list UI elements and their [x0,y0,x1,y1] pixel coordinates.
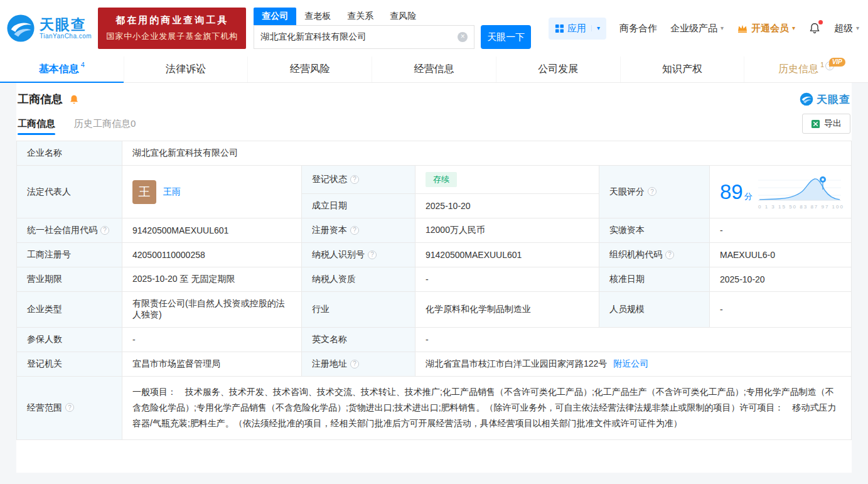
nav-tab-label: 经营风险 [290,63,330,76]
nav-tab-operating-info[interactable]: 经营信息 [372,56,496,82]
business-cooperation-link[interactable]: 商务合作 [619,23,657,35]
table-row: 营业期限 2025-10-20 至 无固定期限 纳税人资质 - 核准日期 202… [17,267,852,292]
field-label: 组织机构代码 [609,249,662,259]
table-row: 参保人数 - 英文名称 - [17,328,852,352]
business-cooperation-label: 商务合作 [619,23,657,35]
field-value: 420500110000258 [132,250,205,260]
vip-upgrade-menu[interactable]: 开通会员 ▾ [737,23,795,35]
field-label: 企业名称 [27,148,62,158]
help-icon[interactable]: ? [648,187,656,196]
field-value: - [720,304,723,315]
table-row: 工商注册号 420500110000258 纳税人识别号? 91420500MA… [17,243,852,267]
search-tab-relation[interactable]: 查关系 [339,8,382,25]
help-icon[interactable]: ? [368,250,377,259]
chevron-down-icon: ▾ [591,25,600,31]
field-value: MAEXUUL6-0 [720,250,775,260]
chevron-down-icon: ▾ [792,25,795,31]
enterprise-products-menu[interactable]: 企业级产品 ▾ [670,23,724,35]
table-row: 经营范围? 一般项目： 技术服务、技术开发、技术咨询、技术交流、技术转让、技术推… [17,377,852,440]
brand-watermark: 天眼查 [800,92,850,107]
legal-rep-avatar[interactable]: 王 [132,180,156,204]
section-title: 工商信息 [18,92,63,107]
nav-tab-legal-litigation[interactable]: 法律诉讼 [124,56,248,82]
field-value: 12000万人民币 [426,225,485,235]
clear-icon[interactable]: × [458,32,468,42]
section-header: 工商信息 天眼查 [16,83,852,110]
search-button[interactable]: 天眼一下 [481,25,531,49]
export-button[interactable]: 导出 [802,114,850,134]
field-label: 纳税人识别号 [312,249,365,259]
enterprise-products-label: 企业级产品 [670,23,717,35]
monitor-bell-icon[interactable] [68,94,80,105]
export-button-label: 导出 [824,118,842,129]
field-value: 2025-10-20 [426,201,471,211]
nav-tab-badge: 1 [820,61,824,68]
logo-domain-text: TianYanCha.com [40,33,92,40]
score-widget[interactable]: 89分 [720,174,841,210]
field-label: 经营范围 [27,402,62,412]
field-value: 化学原料和化学制品制造业 [426,304,531,314]
vip-upgrade-label: 开通会员 [751,23,789,35]
help-icon[interactable]: ? [350,360,359,368]
business-info-table: 企业名称 湖北宜化新宜科技有限公司 法定代表人 王 王雨 登记状态? 存续 天眼… [16,141,852,440]
score-chart: 0 1 3 15 50 83 87 97 100 [758,174,841,210]
table-row: 企业类型 有限责任公司(非自然人投资或控股的法人独资) 行业 化学原料和化学制品… [17,292,852,328]
help-icon[interactable]: ? [65,403,74,412]
notification-bell[interactable] [808,21,821,35]
address-value: 湖北省宜昌市枝江市白洋工业园田家河路122号 [426,358,607,368]
search-input[interactable] [260,32,458,42]
nav-tab-company-development[interactable]: 公司发展 [496,56,620,82]
company-nav: 基本信息 4 法律诉讼 经营风险 经营信息 公司发展 知识产权 VIP 历史信息… [0,56,868,83]
field-value: - [720,225,723,235]
search-tab-company[interactable]: 查公司 [254,8,296,25]
search-tab-boss[interactable]: 查老板 [296,8,339,25]
super-vip-menu[interactable]: 超级 ▾ [834,23,859,35]
legal-rep-link[interactable]: 王雨 [163,186,181,198]
field-value: 宜昌市市场监督管理局 [132,358,220,368]
excel-icon [811,119,820,129]
help-icon[interactable]: ? [665,250,674,259]
business-scope-value: 一般项目： 技术服务、技术开发、技术咨询、技术交流、技术转让、技术推广;化工产品… [132,387,837,428]
main-content: 工商信息 天眼查 工商信息 历史工商信息0 [0,83,868,484]
field-label: 统一社会信用代码 [27,225,97,235]
score-axis-labels: 0 1 3 15 50 83 87 97 100 [758,204,841,210]
nav-tab-operating-risk[interactable]: 经营风险 [247,56,372,82]
nearby-companies-link[interactable]: 附近公司 [613,358,648,368]
search-tab-risk[interactable]: 查风险 [382,8,424,25]
field-label: 人员规模 [609,304,645,314]
nav-tab-label: 公司发展 [538,63,578,76]
field-label: 天眼评分 [609,186,645,196]
field-value: 2025-10-20 至 无固定期限 [132,274,235,284]
section-tabs: 工商信息 历史工商信息0 导出 [16,110,852,137]
status-badge: 存续 [426,172,457,187]
field-label: 纳税人资质 [312,274,356,284]
nav-tab-history-info[interactable]: VIP 历史信息 1 ? [744,56,868,82]
field-label: 核准日期 [609,274,645,284]
top-header: 天眼查 TianYanCha.com 都在用的商业查询工具 国家中小企业发展子基… [0,0,868,56]
nav-tab-label: 历史信息 [778,63,818,76]
apps-menu[interactable]: 应用 ▾ [549,18,606,40]
field-label: 营业期限 [27,274,62,284]
nav-tab-intellectual-property[interactable]: 知识产权 [620,56,744,82]
tianyancha-logo[interactable]: 天眼查 TianYanCha.com [6,14,92,43]
table-row: 法定代表人 王 王雨 登记状态? 存续 天眼评分? [17,166,852,194]
promo-banner-line1: 都在用的商业查询工具 [106,14,238,26]
promo-banner[interactable]: 都在用的商业查询工具 国家中小企业发展子基金旗下机构 [98,8,246,49]
help-icon[interactable]: ? [350,175,359,184]
field-value: 91420500MAEXUUL601 [426,250,522,260]
search-block: 查公司 查老板 查关系 查风险 × 天眼一下 [254,8,531,49]
nav-tab-basic-info[interactable]: 基本信息 4 [0,56,124,82]
logo-brand-text: 天眼查 [40,16,92,33]
score-number: 89 [720,180,743,203]
field-value: 91420500MAEXUUL601 [132,225,228,235]
field-value: - [426,335,429,345]
business-info-card: 工商信息 天眼查 工商信息 历史工商信息0 [16,83,852,473]
help-icon[interactable]: ? [350,226,359,235]
subtab-history-business-info[interactable]: 历史工商信息0 [74,110,136,137]
subtab-business-info[interactable]: 工商信息 [18,110,55,137]
field-label: 英文名称 [312,334,347,344]
help-icon[interactable]: ? [100,226,109,235]
field-label: 工商注册号 [27,249,71,259]
nav-tab-label: 经营信息 [414,63,454,76]
chevron-down-icon: ▾ [721,25,724,31]
